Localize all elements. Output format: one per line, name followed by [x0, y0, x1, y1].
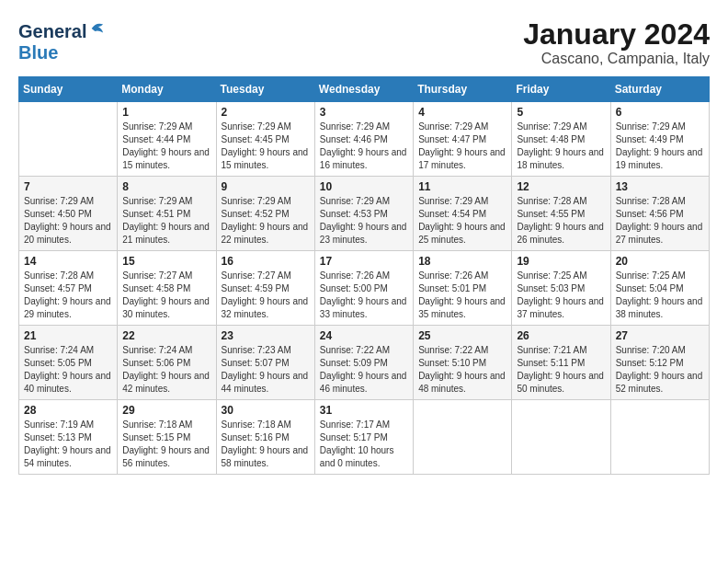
calendar-cell: 26 Sunrise: 7:21 AMSunset: 5:11 PMDaylig…	[512, 326, 610, 400]
day-number: 20	[616, 255, 704, 268]
day-header-thursday: Thursday	[414, 77, 512, 102]
day-info: Sunrise: 7:29 AMSunset: 4:47 PMDaylight:…	[418, 121, 506, 170]
day-number: 8	[122, 180, 210, 193]
month-title: January 2024	[523, 18, 710, 51]
calendar-cell: 25 Sunrise: 7:22 AMSunset: 5:10 PMDaylig…	[414, 326, 512, 400]
day-header-monday: Monday	[118, 77, 216, 102]
day-number: 11	[418, 180, 506, 193]
calendar-cell: 12 Sunrise: 7:28 AMSunset: 4:55 PMDaylig…	[512, 177, 610, 251]
day-number: 21	[24, 329, 112, 342]
day-info: Sunrise: 7:26 AMSunset: 5:01 PMDaylight:…	[418, 270, 506, 319]
day-info: Sunrise: 7:25 AMSunset: 5:03 PMDaylight:…	[517, 270, 604, 319]
day-info: Sunrise: 7:21 AMSunset: 5:11 PMDaylight:…	[517, 345, 604, 394]
calendar-cell: 11 Sunrise: 7:29 AMSunset: 4:54 PMDaylig…	[414, 177, 512, 251]
day-info: Sunrise: 7:29 AMSunset: 4:53 PMDaylight:…	[320, 196, 407, 245]
day-info: Sunrise: 7:28 AMSunset: 4:55 PMDaylight:…	[517, 196, 604, 245]
day-number: 30	[222, 404, 310, 417]
calendar-cell: 31 Sunrise: 7:17 AMSunset: 5:17 PMDaylig…	[314, 400, 413, 475]
day-info: Sunrise: 7:29 AMSunset: 4:49 PMDaylight:…	[616, 121, 703, 170]
calendar-cell: 3 Sunrise: 7:29 AMSunset: 4:46 PMDayligh…	[314, 102, 413, 177]
calendar-cell: 8 Sunrise: 7:29 AMSunset: 4:51 PMDayligh…	[118, 177, 216, 251]
day-number: 10	[320, 180, 408, 193]
logo: General Blue	[18, 18, 108, 63]
day-number: 31	[320, 404, 408, 417]
calendar-week-row: 14 Sunrise: 7:28 AMSunset: 4:57 PMDaylig…	[19, 251, 710, 326]
calendar-week-row: 7 Sunrise: 7:29 AMSunset: 4:50 PMDayligh…	[19, 177, 710, 251]
day-number: 1	[122, 106, 210, 119]
calendar-cell: 5 Sunrise: 7:29 AMSunset: 4:48 PMDayligh…	[512, 102, 610, 177]
calendar-table: SundayMondayTuesdayWednesdayThursdayFrid…	[18, 76, 710, 475]
day-number: 4	[418, 106, 506, 119]
day-header-friday: Friday	[512, 77, 610, 102]
calendar-cell: 7 Sunrise: 7:29 AMSunset: 4:50 PMDayligh…	[19, 177, 118, 251]
day-header-saturday: Saturday	[610, 77, 709, 102]
day-number: 16	[222, 255, 310, 268]
day-info: Sunrise: 7:27 AMSunset: 4:59 PMDaylight:…	[222, 270, 309, 319]
calendar-week-row: 1 Sunrise: 7:29 AMSunset: 4:44 PMDayligh…	[19, 102, 710, 177]
day-number: 12	[517, 180, 605, 193]
day-info: Sunrise: 7:29 AMSunset: 4:51 PMDaylight:…	[122, 196, 210, 245]
day-info: Sunrise: 7:24 AMSunset: 5:06 PMDaylight:…	[122, 345, 210, 394]
calendar-cell: 14 Sunrise: 7:28 AMSunset: 4:57 PMDaylig…	[19, 251, 118, 326]
title-block: January 2024 Cascano, Campania, Italy	[523, 18, 710, 67]
day-info: Sunrise: 7:22 AMSunset: 5:10 PMDaylight:…	[418, 345, 506, 394]
day-info: Sunrise: 7:19 AMSunset: 5:13 PMDaylight:…	[24, 419, 111, 468]
calendar-cell	[512, 400, 610, 475]
header: General Blue January 2024 Cascano, Campa…	[18, 18, 710, 67]
calendar-cell: 6 Sunrise: 7:29 AMSunset: 4:49 PMDayligh…	[610, 102, 709, 177]
day-number: 19	[517, 255, 605, 268]
day-info: Sunrise: 7:20 AMSunset: 5:12 PMDaylight:…	[616, 345, 703, 394]
day-number: 25	[418, 329, 506, 342]
calendar-week-row: 21 Sunrise: 7:24 AMSunset: 5:05 PMDaylig…	[19, 326, 710, 400]
day-number: 18	[418, 255, 506, 268]
calendar-cell: 23 Sunrise: 7:23 AMSunset: 5:07 PMDaylig…	[216, 326, 314, 400]
calendar-cell: 16 Sunrise: 7:27 AMSunset: 4:59 PMDaylig…	[216, 251, 314, 326]
calendar-cell: 22 Sunrise: 7:24 AMSunset: 5:06 PMDaylig…	[118, 326, 216, 400]
day-number: 29	[122, 404, 210, 417]
day-info: Sunrise: 7:29 AMSunset: 4:46 PMDaylight:…	[320, 121, 407, 170]
calendar-cell: 4 Sunrise: 7:29 AMSunset: 4:47 PMDayligh…	[414, 102, 512, 177]
day-info: Sunrise: 7:27 AMSunset: 4:58 PMDaylight:…	[122, 270, 210, 319]
day-number: 6	[616, 106, 704, 119]
day-info: Sunrise: 7:29 AMSunset: 4:48 PMDaylight:…	[517, 121, 604, 170]
calendar-cell: 24 Sunrise: 7:22 AMSunset: 5:09 PMDaylig…	[314, 326, 413, 400]
calendar-cell: 27 Sunrise: 7:20 AMSunset: 5:12 PMDaylig…	[610, 326, 709, 400]
logo-general-text: General	[18, 21, 86, 42]
calendar-cell: 18 Sunrise: 7:26 AMSunset: 5:01 PMDaylig…	[414, 251, 512, 326]
day-info: Sunrise: 7:29 AMSunset: 4:54 PMDaylight:…	[418, 196, 506, 245]
calendar-cell: 2 Sunrise: 7:29 AMSunset: 4:45 PMDayligh…	[216, 102, 314, 177]
calendar-cell: 29 Sunrise: 7:18 AMSunset: 5:15 PMDaylig…	[118, 400, 216, 475]
day-info: Sunrise: 7:28 AMSunset: 4:56 PMDaylight:…	[616, 196, 703, 245]
calendar-cell: 20 Sunrise: 7:25 AMSunset: 5:04 PMDaylig…	[610, 251, 709, 326]
day-header-wednesday: Wednesday	[314, 77, 413, 102]
day-info: Sunrise: 7:22 AMSunset: 5:09 PMDaylight:…	[320, 345, 407, 394]
day-info: Sunrise: 7:29 AMSunset: 4:45 PMDaylight:…	[222, 121, 309, 170]
calendar-cell	[414, 400, 512, 475]
location-title: Cascano, Campania, Italy	[523, 51, 710, 67]
day-number: 9	[222, 180, 310, 193]
day-number: 28	[24, 404, 112, 417]
day-info: Sunrise: 7:24 AMSunset: 5:05 PMDaylight:…	[24, 345, 111, 394]
calendar-cell: 19 Sunrise: 7:25 AMSunset: 5:03 PMDaylig…	[512, 251, 610, 326]
day-header-tuesday: Tuesday	[216, 77, 314, 102]
logo-bird-icon	[88, 18, 108, 42]
day-info: Sunrise: 7:18 AMSunset: 5:15 PMDaylight:…	[122, 419, 210, 468]
page: General Blue January 2024 Cascano, Campa…	[0, 0, 728, 563]
day-number: 15	[122, 255, 210, 268]
day-number: 22	[122, 329, 210, 342]
day-number: 13	[616, 180, 704, 193]
day-info: Sunrise: 7:29 AMSunset: 4:44 PMDaylight:…	[122, 121, 210, 170]
calendar-cell: 21 Sunrise: 7:24 AMSunset: 5:05 PMDaylig…	[19, 326, 118, 400]
day-number: 27	[616, 329, 704, 342]
day-info: Sunrise: 7:26 AMSunset: 5:00 PMDaylight:…	[320, 270, 407, 319]
calendar-cell	[610, 400, 709, 475]
day-info: Sunrise: 7:28 AMSunset: 4:57 PMDaylight:…	[24, 270, 111, 319]
calendar-cell: 10 Sunrise: 7:29 AMSunset: 4:53 PMDaylig…	[314, 177, 413, 251]
day-number: 7	[24, 180, 112, 193]
day-number: 5	[517, 106, 605, 119]
day-info: Sunrise: 7:23 AMSunset: 5:07 PMDaylight:…	[222, 345, 309, 394]
calendar-cell: 28 Sunrise: 7:19 AMSunset: 5:13 PMDaylig…	[19, 400, 118, 475]
day-number: 24	[320, 329, 408, 342]
day-info: Sunrise: 7:18 AMSunset: 5:16 PMDaylight:…	[222, 419, 309, 468]
day-number: 26	[517, 329, 605, 342]
